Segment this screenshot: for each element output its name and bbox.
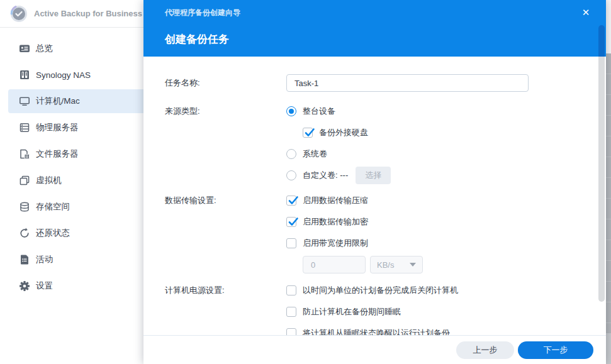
- restore-status-icon: [19, 228, 30, 239]
- bandwidth-limit-row: 启用带宽使用限制: [143, 233, 606, 254]
- checkbox-external-disk[interactable]: [303, 128, 313, 138]
- sidebar-item-virtual-machine[interactable]: 虚拟机: [0, 167, 143, 194]
- previous-step-button[interactable]: 上一步: [456, 341, 514, 359]
- task-name-label: 任务名称:: [143, 77, 286, 89]
- checkbox-prevent-sleep[interactable]: [286, 307, 296, 317]
- sidebar-item-label: 设置: [36, 280, 53, 292]
- transfer-compress-row: 数据传输设置: 启用数据传输压缩: [143, 190, 606, 211]
- checkbox-bandwidth-limit[interactable]: [286, 238, 296, 248]
- transfer-encrypt-row: 启用数据传输加密: [143, 211, 606, 233]
- sidebar-item-restore-status[interactable]: 还原状态: [0, 220, 143, 246]
- checkbox-compression-label: 启用数据传输压缩: [303, 195, 368, 206]
- sidebar-item-computer-mac[interactable]: 计算机/Mac: [0, 88, 143, 114]
- sidebar-item-storage[interactable]: 存储空间: [0, 194, 143, 220]
- bandwidth-unit-value: KB/s: [377, 260, 394, 270]
- checkbox-prevent-sleep-label: 防止计算机在备份期间睡眠: [303, 306, 401, 317]
- physical-server-icon: [19, 122, 30, 133]
- radio-system-volume-label: 系统卷: [303, 148, 327, 160]
- active-backup-logo-icon: [10, 5, 28, 23]
- sidebar-item-label: 活动: [36, 254, 53, 265]
- radio-system-volume[interactable]: [286, 149, 296, 159]
- sidebar-item-label: 存储空间: [36, 201, 70, 212]
- radio-entire-device[interactable]: [286, 106, 296, 116]
- virtual-machine-icon: [19, 175, 30, 186]
- radio-custom-volume[interactable]: [286, 170, 296, 180]
- dimmed-background-strip: [606, 0, 611, 364]
- modal-scrollbar[interactable]: [598, 25, 605, 302]
- radio-entire-device-label: 整台设备: [303, 106, 335, 117]
- next-step-button[interactable]: 下一步: [518, 341, 593, 359]
- chevron-down-icon: [410, 263, 416, 267]
- checkbox-shutdown-after-backup[interactable]: [286, 285, 296, 295]
- computer-icon: [19, 96, 30, 107]
- wizard-header: 代理程序备份创建向导 创建备份任务 ✕: [143, 0, 606, 57]
- sidebar-item-label: 计算机/Mac: [36, 96, 80, 107]
- activity-icon: [19, 254, 30, 265]
- transfer-settings-label: 数据传输设置:: [143, 195, 286, 206]
- bandwidth-value-input[interactable]: [303, 256, 366, 273]
- checkbox-external-disk-label: 备份外接硬盘: [319, 127, 368, 138]
- radio-custom-volume-label: 自定义卷: ---: [303, 170, 348, 181]
- external-disk-row: 备份外接硬盘: [143, 122, 606, 143]
- close-icon[interactable]: ✕: [580, 6, 592, 19]
- checkbox-encryption-label: 启用数据传输加密: [303, 216, 368, 228]
- checkbox-compression[interactable]: [286, 196, 296, 206]
- wizard-footer: 上一步 下一步: [143, 335, 606, 364]
- sidebar-item-file-server[interactable]: 文件服务器: [0, 141, 143, 167]
- task-name-input[interactable]: [286, 74, 529, 92]
- nas-icon: [19, 69, 30, 80]
- source-device-row: 来源类型: 整台设备: [143, 101, 606, 122]
- overview-icon: [19, 43, 30, 54]
- sidebar-item-overview[interactable]: 总览: [0, 35, 143, 62]
- settings-icon: [19, 280, 30, 292]
- checkbox-encryption[interactable]: [286, 217, 296, 227]
- file-server-icon: [19, 148, 30, 160]
- sidebar-item-label: 还原状态: [36, 228, 70, 239]
- step-title: 创建备份任务: [165, 32, 585, 47]
- source-custom-row: 自定义卷: --- 选择: [143, 165, 606, 186]
- storage-icon: [19, 201, 30, 212]
- sidebar-item-synology-nas[interactable]: Synology NAS: [0, 62, 143, 88]
- wizard-title: 代理程序备份创建向导: [165, 8, 585, 18]
- power-shutdown-row: 计算机电源设置: 以时间为单位的计划备份完成后关闭计算机: [143, 280, 606, 301]
- sidebar-item-settings[interactable]: 设置: [0, 273, 143, 299]
- source-system-row: 系统卷: [143, 143, 606, 165]
- checkbox-bandwidth-limit-label: 启用带宽使用限制: [303, 238, 368, 249]
- select-volume-button[interactable]: 选择: [356, 167, 391, 184]
- sidebar-item-label: 物理服务器: [36, 122, 79, 133]
- sidebar-item-activity[interactable]: 活动: [0, 246, 143, 273]
- backup-wizard-dialog: 代理程序备份创建向导 创建备份任务 ✕ 任务名称: 来源类型: 整台设备: [143, 0, 606, 364]
- wizard-body: 任务名称: 来源类型: 整台设备 备份外接硬盘: [143, 57, 606, 364]
- power-prevent-sleep-row: 防止计算机在备份期间睡眠: [143, 301, 606, 323]
- sidebar-item-label: 总览: [36, 43, 53, 54]
- sidebar-item-label: 文件服务器: [36, 148, 79, 160]
- bandwidth-unit-select[interactable]: KB/s: [370, 256, 423, 273]
- checkbox-shutdown-after-backup-label: 以时间为单位的计划备份完成后关闭计算机: [303, 285, 458, 296]
- sidebar: 总览 Synology NAS 计算机/Mac 物理服务器: [0, 35, 143, 299]
- sidebar-item-label: 虚拟机: [36, 175, 62, 186]
- task-name-row: 任务名称:: [143, 74, 606, 92]
- bandwidth-value-row: KB/s: [143, 254, 606, 275]
- app-title: Active Backup for Business: [34, 9, 142, 18]
- source-type-label: 来源类型:: [143, 106, 286, 117]
- sidebar-item-physical-server[interactable]: 物理服务器: [0, 114, 143, 141]
- power-settings-label: 计算机电源设置:: [143, 285, 286, 296]
- sidebar-item-label: Synology NAS: [36, 70, 91, 80]
- screen: Active Backup for Business 总览 Synology N…: [0, 0, 611, 364]
